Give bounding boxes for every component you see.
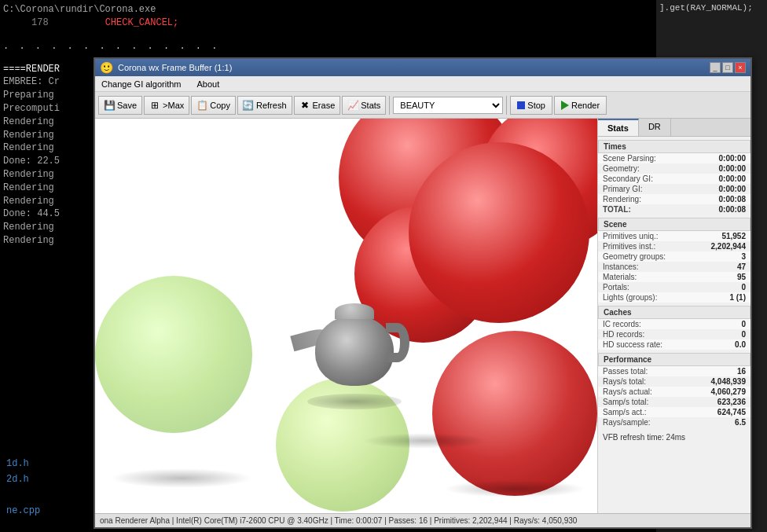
stop-button[interactable]: Stop <box>510 96 552 115</box>
tab-dr[interactable]: DR <box>639 119 671 136</box>
refresh-icon: 🔄 <box>243 100 254 111</box>
perf-value-3: 623,236 <box>717 398 746 406</box>
scene-label-0: Primitives uniq.: <box>603 232 659 240</box>
max-button[interactable]: ⊞ >Max <box>144 96 189 115</box>
performance-header: Performance <box>598 353 750 366</box>
refresh-button[interactable]: 🔄 Refresh <box>237 96 292 115</box>
caches-header: Caches <box>598 306 750 319</box>
scene-row-0: Primitives uniq.: 51,952 <box>598 231 750 241</box>
fb-menu-about[interactable]: About <box>194 78 223 90</box>
times-label-2: Secondary GI: <box>603 174 653 183</box>
erase-button[interactable]: ✖ Erase <box>294 96 341 115</box>
perf-row-5: Rays/sample: 6.5 <box>598 417 750 427</box>
stop-icon <box>517 101 525 109</box>
frame-buffer-window[interactable]: 🙂 Corona wx Frame Buffer (1:1) _ □ × Cha… <box>94 57 752 529</box>
render-icon <box>561 101 569 110</box>
fb-statusbar: ona Renderer Alpha | Intel(R) Core(TM) i… <box>95 513 750 527</box>
fb-menu-change-gi[interactable]: Change GI algorithm <box>98 78 185 90</box>
code-text: ].get(RAY_NORMAL); <box>659 3 753 13</box>
scene-label-1: Primitives inst.: <box>603 242 655 251</box>
scene-label-2: Geometry groups: <box>603 252 666 261</box>
term-file-2d: 2d.h <box>6 474 29 485</box>
caches-section: Caches IC records: 0 HD records: 0 HD su… <box>598 306 750 350</box>
times-row-5: TOTAL: 0:00:08 <box>598 204 750 215</box>
refresh-label: Refresh <box>256 101 287 110</box>
scene-value-1: 2,202,944 <box>711 242 747 251</box>
perf-value-5: 6.5 <box>735 418 746 427</box>
shadow-green-left <box>111 468 252 488</box>
term-dots: . . . . . . . . . . . . . . <box>3 41 653 52</box>
fb-render-view <box>95 119 597 527</box>
scene-value-4: 95 <box>737 273 746 281</box>
copy-button[interactable]: 📋 Copy <box>191 96 236 115</box>
beauty-select[interactable]: BEAUTY ALPHA DEPTH NORMALS DIFFUSE SPECU… <box>393 97 503 114</box>
erase-label: Erase <box>313 101 336 110</box>
times-value-5: 0:00:08 <box>719 205 746 214</box>
teapot-handle <box>386 323 409 362</box>
beauty-select-container[interactable]: BEAUTY ALPHA DEPTH NORMALS DIFFUSE SPECU… <box>393 97 503 114</box>
shadow-red-mid <box>362 433 488 449</box>
fb-menubar: Change GI algorithm About <box>95 76 750 92</box>
caches-row-1: HD records: 0 <box>598 329 750 339</box>
terminal-titlebar: C:\Corona\rundir\Corona.exe <box>3 3 653 17</box>
caches-row-2: HD success rate: 0.0 <box>598 339 750 350</box>
scene-value-5: 0 <box>741 283 746 292</box>
times-value-3: 0:00:00 <box>719 185 746 193</box>
stats-button[interactable]: 📈 Stats <box>342 96 386 115</box>
term-file-ne: ne.cpp <box>6 505 40 516</box>
caches-row-0: IC records: 0 <box>598 319 750 329</box>
caches-value-1: 0 <box>741 330 746 339</box>
stop-label: Stop <box>527 101 545 110</box>
perf-label-3: Samp/s total: <box>603 398 648 406</box>
times-label-5: TOTAL: <box>603 205 631 214</box>
scene-label-6: Lights (groups): <box>603 293 657 302</box>
ball-red-bottom-right <box>432 331 597 496</box>
perf-row-3: Samp/s total: 623,236 <box>598 397 750 407</box>
teapot-shadow <box>307 394 402 409</box>
render-button[interactable]: Render <box>554 96 607 115</box>
scene-value-3: 47 <box>737 262 746 271</box>
perf-value-0: 16 <box>737 367 746 376</box>
scene-value-6: 1 (1) <box>729 293 746 302</box>
copy-icon: 📋 <box>196 100 207 111</box>
caches-label-2: HD success rate: <box>603 340 662 349</box>
teapot-body <box>315 315 394 386</box>
scene-label-5: Portals: <box>603 283 629 292</box>
fb-minimize-button[interactable]: _ <box>710 62 721 73</box>
max-label: >Max <box>163 101 184 110</box>
perf-label-0: Passes total: <box>603 367 648 376</box>
fb-title-text: Corona wx Frame Buffer (1:1) <box>118 63 232 72</box>
stats-tabs[interactable]: Stats DR <box>598 119 750 137</box>
times-label-4: Rendering: <box>603 195 641 204</box>
fb-close-button[interactable]: × <box>735 62 746 73</box>
scene-row-3: Instances: 47 <box>598 262 750 272</box>
fb-window-controls[interactable]: _ □ × <box>710 62 746 73</box>
caches-label-1: HD records: <box>603 330 644 339</box>
perf-label-1: Rays/s total: <box>603 377 646 386</box>
stats-icon: 📈 <box>347 100 358 111</box>
fb-status-text: ona Renderer Alpha | Intel(R) Core(TM) i… <box>100 516 577 525</box>
term-file-1d: 1d.h <box>6 458 29 469</box>
tab-stats[interactable]: Stats <box>598 119 639 136</box>
scene-value-0: 51,952 <box>721 232 746 240</box>
erase-icon: ✖ <box>299 100 310 111</box>
ball-green-left <box>95 276 252 433</box>
vfb-refresh-time: VFB refresh time: 24ms <box>598 431 750 444</box>
times-value-1: 0:00:00 <box>719 164 746 173</box>
perf-value-1: 4,048,939 <box>711 377 747 386</box>
perf-label-2: Rays/s actual: <box>603 387 652 396</box>
times-value-4: 0:00:08 <box>719 195 746 204</box>
fb-titlebar: 🙂 Corona wx Frame Buffer (1:1) _ □ × <box>95 59 750 76</box>
perf-row-2: Rays/s actual: 4,060,279 <box>598 387 750 397</box>
max-icon: ⊞ <box>149 100 160 111</box>
scene-label-4: Materials: <box>603 273 637 281</box>
save-button[interactable]: 💾 Save <box>98 96 142 115</box>
times-label-0: Scene Parsing: <box>603 154 656 163</box>
fb-maximize-button[interactable]: □ <box>722 62 733 73</box>
teapot-lid <box>335 303 374 319</box>
scene-row-2: Geometry groups: 3 <box>598 251 750 262</box>
scene-row-4: Materials: 95 <box>598 272 750 282</box>
caches-value-2: 0.0 <box>735 340 746 349</box>
copy-label: Copy <box>210 101 230 110</box>
scene-section: Scene Primitives uniq.: 51,952 Primitive… <box>598 218 750 303</box>
